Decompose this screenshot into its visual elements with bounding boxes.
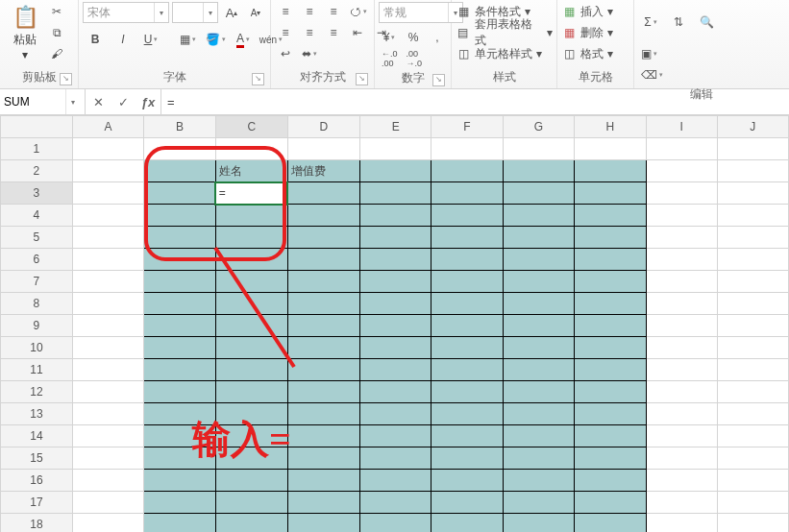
cell-D11[interactable] [287,359,359,381]
border-button[interactable]: ▦▾ [175,29,200,50]
find-select-button[interactable]: 🔍 [694,2,719,42]
cell-I3[interactable] [646,182,717,205]
cell-H9[interactable] [575,315,646,337]
cell-G4[interactable] [503,205,575,227]
cell-C16[interactable] [215,470,287,492]
cell-C7[interactable] [215,271,287,293]
align-right-button[interactable]: ≡ [323,23,344,42]
cell-G7[interactable] [503,271,575,293]
cell-C3[interactable]: = [215,182,287,205]
wrap-text-button[interactable]: ↩ [275,44,296,63]
chevron-down-icon[interactable]: ▾ [154,3,168,22]
select-all-corner[interactable] [1,116,73,138]
cell-F18[interactable] [431,514,503,533]
cell-I14[interactable] [646,425,717,447]
cell-J1[interactable] [717,138,788,160]
cell-F1[interactable] [431,138,503,160]
format-painter-button[interactable]: 🖌 [46,44,67,63]
row-header-11[interactable]: 11 [1,359,73,381]
cell-A3[interactable] [72,182,143,205]
cell-F4[interactable] [431,205,503,227]
format-as-table-button[interactable]: ▤套用表格格式▾ [456,23,553,42]
cell-B14[interactable] [144,425,215,447]
cell-C18[interactable] [215,514,287,533]
cell-A11[interactable] [72,359,143,381]
cell-A9[interactable] [72,315,143,337]
cut-button[interactable]: ✂ [46,2,67,21]
cell-I8[interactable] [646,293,717,315]
shrink-font-button[interactable]: A▾ [245,3,266,22]
cell-C10[interactable] [215,337,287,359]
font-color-button[interactable]: A▾ [231,29,256,50]
comma-button[interactable]: , [427,28,448,47]
cell-I16[interactable] [646,470,717,492]
cell-E9[interactable] [359,315,431,337]
cell-C5[interactable] [215,227,287,249]
cell-F15[interactable] [431,447,503,470]
cell-G3[interactable] [503,182,575,205]
cell-D2[interactable]: 增值费 [287,160,359,182]
cell-G1[interactable] [503,138,575,160]
cell-F14[interactable] [431,425,503,447]
cell-B7[interactable] [144,271,215,293]
grow-font-button[interactable]: A▴ [221,3,242,22]
delete-cells-button[interactable]: ▦删除▾ [561,23,629,42]
cell-J6[interactable] [717,249,788,271]
cell-F16[interactable] [431,470,503,492]
cell-B13[interactable] [144,403,215,425]
column-header-H[interactable]: H [575,116,646,138]
fill-color-button[interactable]: 🪣▾ [203,29,228,50]
cell-B2[interactable] [144,160,215,182]
cell-D1[interactable] [287,138,359,160]
cell-C8[interactable] [215,293,287,315]
cell-F6[interactable] [431,249,503,271]
cell-C6[interactable] [215,249,287,271]
cell-F9[interactable] [431,315,503,337]
cell-styles-button[interactable]: ◫单元格样式▾ [456,44,553,63]
dialog-launcher-icon[interactable]: ↘ [356,73,368,85]
cell-B12[interactable] [144,381,215,403]
cell-E18[interactable] [359,514,431,533]
cell-E2[interactable] [359,160,431,182]
font-size-combo[interactable]: ▾ [172,2,218,23]
row-header-16[interactable]: 16 [1,470,73,492]
cell-D18[interactable] [287,514,359,533]
cell-A7[interactable] [72,271,143,293]
increase-decimal-button[interactable]: ←.0.00 [379,49,401,68]
merge-button[interactable]: ⬌▾ [299,44,320,63]
cell-E11[interactable] [359,359,431,381]
bold-button[interactable]: B [83,29,108,50]
row-header-14[interactable]: 14 [1,425,73,447]
cell-B4[interactable] [144,205,215,227]
cell-H14[interactable] [575,425,646,447]
decrease-indent-button[interactable]: ⇤ [347,23,368,42]
cell-B10[interactable] [144,337,215,359]
cell-I4[interactable] [646,205,717,227]
cell-I7[interactable] [646,271,717,293]
cell-I9[interactable] [646,315,717,337]
cell-H10[interactable] [575,337,646,359]
column-header-C[interactable]: C [215,116,287,138]
name-box-input[interactable] [0,89,65,114]
cell-G2[interactable] [503,160,575,182]
row-header-4[interactable]: 4 [1,205,73,227]
number-format-combo[interactable]: 常规 ▾ [379,2,463,23]
cell-D14[interactable] [287,425,359,447]
cell-B8[interactable] [144,293,215,315]
cell-A2[interactable] [72,160,143,182]
row-header-2[interactable]: 2 [1,160,73,182]
cell-A1[interactable] [72,138,143,160]
column-header-G[interactable]: G [503,116,575,138]
cell-G9[interactable] [503,315,575,337]
decrease-decimal-button[interactable]: .00→.0 [404,49,426,68]
column-header-F[interactable]: F [431,116,503,138]
cell-I6[interactable] [646,249,717,271]
chevron-down-icon[interactable]: ▾ [203,3,217,22]
cell-H4[interactable] [575,205,646,227]
cell-H5[interactable] [575,227,646,249]
cell-D9[interactable] [287,315,359,337]
cell-A17[interactable] [72,492,143,514]
enter-formula-button[interactable]: ✓ [111,89,136,114]
cell-C14[interactable] [215,425,287,447]
cell-H13[interactable] [575,403,646,425]
